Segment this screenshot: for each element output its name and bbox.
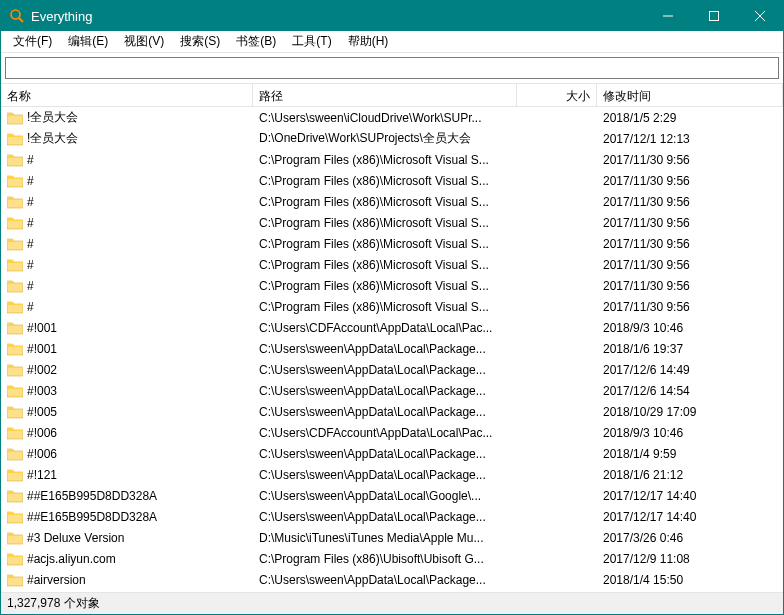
menu-item[interactable]: 书签(B) — [228, 31, 284, 52]
cell-date: 2018/10/29 17:09 — [597, 403, 783, 421]
cell-size — [517, 137, 597, 141]
table-row[interactable]: #C:\Program Files (x86)\Microsoft Visual… — [1, 149, 783, 170]
column-header-name[interactable]: 名称 — [1, 84, 253, 106]
status-text: 1,327,978 个对象 — [7, 595, 100, 612]
table-row[interactable]: ##E165B995D8DD328AC:\Users\sween\AppData… — [1, 506, 783, 527]
cell-size — [517, 368, 597, 372]
cell-name: # — [1, 172, 253, 190]
cell-date: 2018/1/5 2:29 — [597, 109, 783, 127]
cell-path: C:\Program Files (x86)\Ubisoft\Ubisoft G… — [253, 550, 517, 568]
file-name: # — [27, 300, 34, 314]
cell-date: 2018/9/3 10:46 — [597, 319, 783, 337]
table-row[interactable]: #acjs.aliyun.comC:\Program Files (x86)\U… — [1, 548, 783, 569]
table-row[interactable]: #C:\Program Files (x86)\Microsoft Visual… — [1, 296, 783, 317]
table-row[interactable]: !全员大会C:\Users\sween\iCloudDrive\Work\SUP… — [1, 107, 783, 128]
table-row[interactable]: #3 Deluxe VersionD:\Music\iTunes\iTunes … — [1, 527, 783, 548]
cell-size — [517, 347, 597, 351]
cell-date: 2018/1/6 19:37 — [597, 340, 783, 358]
cell-name: #!002 — [1, 361, 253, 379]
cell-path: C:\Program Files (x86)\Microsoft Visual … — [253, 235, 517, 253]
table-row[interactable]: !全员大会D:\OneDrive\Work\SUProjects\全员大会201… — [1, 128, 783, 149]
file-name: ##E165B995D8DD328A — [27, 489, 157, 503]
cell-path: C:\Users\sween\AppData\Local\Package... — [253, 571, 517, 589]
window-title: Everything — [31, 9, 645, 24]
table-row[interactable]: #C:\Program Files (x86)\Microsoft Visual… — [1, 233, 783, 254]
cell-name: ##E165B995D8DD328A — [1, 508, 253, 526]
table-row[interactable]: #!001C:\Users\sween\AppData\Local\Packag… — [1, 338, 783, 359]
cell-path: C:\Program Files (x86)\Microsoft Visual … — [253, 256, 517, 274]
table-row[interactable]: #!121C:\Users\sween\AppData\Local\Packag… — [1, 464, 783, 485]
cell-name: ##E165B995D8DD328A — [1, 487, 253, 505]
cell-size — [517, 410, 597, 414]
menu-item[interactable]: 工具(T) — [284, 31, 339, 52]
table-row[interactable]: #C:\Program Files (x86)\Microsoft Visual… — [1, 275, 783, 296]
file-name: !全员大会 — [27, 130, 78, 147]
table-row[interactable]: #C:\Program Files (x86)\Microsoft Visual… — [1, 191, 783, 212]
cell-size — [517, 116, 597, 120]
table-row[interactable]: #C:\Program Files (x86)\Microsoft Visual… — [1, 254, 783, 275]
menu-item[interactable]: 搜索(S) — [172, 31, 228, 52]
cell-size — [517, 284, 597, 288]
titlebar: Everything — [1, 1, 783, 31]
cell-path: C:\Users\sween\AppData\Local\Package... — [253, 445, 517, 463]
cell-date: 2017/11/30 9:56 — [597, 277, 783, 295]
menu-item[interactable]: 编辑(E) — [60, 31, 116, 52]
cell-name: #3 Deluxe Version — [1, 529, 253, 547]
cell-date: 2017/11/30 9:56 — [597, 214, 783, 232]
minimize-button[interactable] — [645, 1, 691, 31]
column-header-date[interactable]: 修改时间 — [597, 84, 783, 106]
table-row[interactable]: #!005C:\Users\sween\AppData\Local\Packag… — [1, 401, 783, 422]
file-name: #!001 — [27, 321, 57, 335]
file-name: ##E165B995D8DD328A — [27, 510, 157, 524]
cell-date: 2018/1/4 9:59 — [597, 445, 783, 463]
cell-size — [517, 221, 597, 225]
table-row[interactable]: #C:\Program Files (x86)\Microsoft Visual… — [1, 170, 783, 191]
cell-path: C:\Users\sween\AppData\Local\Package... — [253, 508, 517, 526]
file-name: #!002 — [27, 363, 57, 377]
cell-path: C:\Users\CDFAccount\AppData\Local\Pac... — [253, 319, 517, 337]
search-input[interactable] — [5, 57, 779, 79]
cell-name: !全员大会 — [1, 107, 253, 128]
table-row[interactable]: #!002C:\Users\sween\AppData\Local\Packag… — [1, 359, 783, 380]
cell-date: 2018/1/4 15:50 — [597, 571, 783, 589]
column-header-size[interactable]: 大小 — [517, 84, 597, 106]
column-headers: 名称 路径 大小 修改时间 — [1, 83, 783, 107]
menu-item[interactable]: 文件(F) — [5, 31, 60, 52]
table-row[interactable]: #C:\Program Files (x86)\Microsoft Visual… — [1, 212, 783, 233]
cell-size — [517, 389, 597, 393]
file-name: !全员大会 — [27, 109, 78, 126]
cell-size — [517, 578, 597, 582]
cell-path: C:\Users\sween\AppData\Local\Package... — [253, 340, 517, 358]
column-header-path[interactable]: 路径 — [253, 84, 517, 106]
file-name: # — [27, 258, 34, 272]
close-button[interactable] — [737, 1, 783, 31]
svg-line-1 — [19, 18, 23, 22]
cell-path: C:\Users\sween\AppData\Local\Google\... — [253, 487, 517, 505]
cell-name: !全员大会 — [1, 128, 253, 149]
maximize-button[interactable] — [691, 1, 737, 31]
cell-name: # — [1, 256, 253, 274]
svg-rect-3 — [710, 12, 719, 21]
table-row[interactable]: #!006C:\Users\CDFAccount\AppData\Local\P… — [1, 422, 783, 443]
cell-path: C:\Users\sween\iCloudDrive\Work\SUPr... — [253, 109, 517, 127]
table-row[interactable]: #!001C:\Users\CDFAccount\AppData\Local\P… — [1, 317, 783, 338]
table-row[interactable]: #!003C:\Users\sween\AppData\Local\Packag… — [1, 380, 783, 401]
cell-name: # — [1, 193, 253, 211]
file-name: # — [27, 237, 34, 251]
file-name: # — [27, 279, 34, 293]
menu-item[interactable]: 视图(V) — [116, 31, 172, 52]
table-row[interactable]: ##E165B995D8DD328AC:\Users\sween\AppData… — [1, 485, 783, 506]
table-row[interactable]: #airversionC:\Users\sween\AppData\Local\… — [1, 569, 783, 590]
cell-path: C:\Users\sween\AppData\Local\Package... — [253, 382, 517, 400]
cell-date: 2017/11/30 9:56 — [597, 298, 783, 316]
menu-item[interactable]: 帮助(H) — [340, 31, 397, 52]
results-list[interactable]: !全员大会C:\Users\sween\iCloudDrive\Work\SUP… — [1, 107, 783, 592]
cell-path: C:\Program Files (x86)\Microsoft Visual … — [253, 193, 517, 211]
cell-date: 2017/11/30 9:56 — [597, 172, 783, 190]
cell-path: C:\Users\CDFAccount\AppData\Local\Pac... — [253, 424, 517, 442]
file-name: # — [27, 153, 34, 167]
file-name: # — [27, 216, 34, 230]
table-row[interactable]: #!006C:\Users\sween\AppData\Local\Packag… — [1, 443, 783, 464]
cell-name: #!006 — [1, 445, 253, 463]
cell-date: 2017/11/30 9:56 — [597, 193, 783, 211]
